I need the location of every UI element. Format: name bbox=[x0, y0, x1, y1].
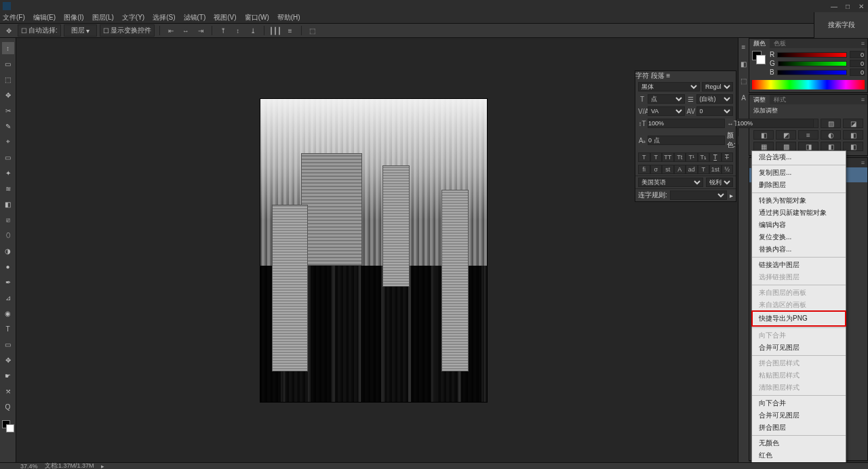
align-top-icon[interactable]: ⤒ bbox=[217, 24, 229, 37]
context-menu-item[interactable]: 合并可见图层 bbox=[752, 409, 846, 422]
tool-button[interactable]: ⌖ bbox=[2, 136, 14, 148]
adjustment-preset-icon[interactable]: ▩ bbox=[776, 142, 796, 151]
ligature-dropdown[interactable] bbox=[670, 190, 727, 200]
adjustment-preset-icon[interactable]: ◩ bbox=[776, 130, 796, 140]
distribute-h-icon[interactable]: ┃┃┃ bbox=[269, 24, 281, 37]
context-menu-item[interactable]: 链接选中图层 bbox=[752, 259, 846, 271]
context-menu-item[interactable]: 合并可见图层 bbox=[752, 342, 846, 354]
tab-swatches[interactable]: 色板 bbox=[770, 39, 790, 49]
tool-button[interactable]: ✥ bbox=[2, 89, 14, 101]
menu-item[interactable]: 图像(I) bbox=[64, 13, 83, 22]
menu-item[interactable]: 编辑(E) bbox=[33, 13, 56, 22]
tab-adjustments[interactable]: 调整 bbox=[749, 95, 770, 105]
tool-button[interactable]: ✂ bbox=[2, 104, 14, 117]
tool-button[interactable]: ⬯ bbox=[2, 229, 14, 241]
tool-button[interactable]: ✦ bbox=[2, 167, 14, 179]
context-menu-item[interactable]: 复制图层... bbox=[752, 167, 846, 179]
color-spectrum[interactable] bbox=[752, 80, 865, 89]
font-size-dropdown[interactable]: 点 bbox=[648, 94, 685, 104]
baseline-input[interactable] bbox=[648, 136, 725, 145]
auto-select-checkbox[interactable]: ☐ 自动选择: bbox=[18, 24, 61, 37]
tool-button[interactable]: ▭ bbox=[2, 338, 14, 350]
tool-button[interactable]: ● bbox=[2, 260, 14, 272]
tool-button[interactable]: ▭ bbox=[2, 151, 14, 163]
language-dropdown[interactable]: 美国英语 bbox=[638, 178, 703, 187]
font-style-dropdown[interactable]: Regular bbox=[702, 82, 733, 91]
adjustment-preset-icon[interactable]: ◧ bbox=[821, 142, 841, 151]
menu-item[interactable]: 滤镜(T) bbox=[184, 13, 206, 22]
document-canvas[interactable] bbox=[260, 99, 487, 402]
strike-button[interactable]: T̶ bbox=[722, 152, 734, 162]
ot-st[interactable]: st bbox=[662, 165, 674, 174]
tool-button[interactable]: ⎚ bbox=[2, 213, 14, 226]
show-transform-checkbox[interactable]: ☐ 显示变换控件 bbox=[100, 24, 155, 37]
panel-menu-icon[interactable]: ≡ bbox=[857, 96, 867, 104]
ot-ad[interactable]: ad bbox=[686, 165, 698, 174]
adjustment-preset-icon[interactable]: ◧ bbox=[753, 130, 774, 140]
collapsed-panel-icon[interactable]: ⬚ bbox=[741, 77, 747, 85]
tool-button[interactable]: ✥ bbox=[2, 354, 14, 366]
context-menu-item[interactable]: 复位变换... bbox=[752, 231, 846, 243]
menu-item[interactable]: 帮助(H) bbox=[277, 13, 300, 22]
scale-h-input[interactable] bbox=[736, 119, 814, 128]
tool-button[interactable]: ◑ bbox=[2, 245, 14, 257]
r-input[interactable] bbox=[850, 51, 865, 58]
tool-button[interactable]: Q bbox=[2, 401, 14, 413]
status-arrow-icon[interactable]: ▸ bbox=[101, 463, 104, 470]
adjustment-preset-icon[interactable]: ◪ bbox=[843, 119, 863, 128]
text-color-swatch[interactable] bbox=[737, 136, 738, 144]
kerning-dropdown[interactable]: VA bbox=[648, 106, 685, 116]
adjustment-preset-icon[interactable]: ◨ bbox=[798, 142, 818, 151]
font-family-dropdown[interactable]: 黑体 bbox=[638, 82, 700, 91]
tool-button[interactable]: ⬚ bbox=[2, 73, 14, 85]
collapsed-panel-icon[interactable]: A bbox=[741, 94, 746, 102]
menu-item[interactable]: 视图(V) bbox=[214, 13, 236, 22]
panel-collapse-icon[interactable]: ▸ bbox=[730, 192, 733, 199]
context-menu-item[interactable]: 删除图层 bbox=[752, 179, 846, 191]
tool-button[interactable]: ≋ bbox=[2, 182, 14, 195]
leading-dropdown[interactable]: (自动) bbox=[696, 94, 734, 104]
zoom-level[interactable]: 37.4% bbox=[20, 463, 38, 470]
adjustment-preset-icon[interactable]: ▦ bbox=[753, 142, 774, 151]
align-left-icon[interactable]: ⇤ bbox=[165, 24, 177, 37]
tab-paragraph[interactable]: 段落 bbox=[651, 72, 665, 79]
collapsed-panel-icon[interactable]: ≡ bbox=[742, 43, 746, 51]
adjustment-preset-icon[interactable]: ▨ bbox=[821, 119, 841, 128]
tool-button[interactable]: ⊿ bbox=[2, 291, 14, 304]
minimize-button[interactable]: ― bbox=[827, 1, 841, 11]
r-slider[interactable] bbox=[777, 52, 847, 58]
adjustment-preset-icon[interactable]: ◐ bbox=[821, 130, 841, 140]
tool-button[interactable]: T bbox=[2, 323, 14, 335]
b-slider[interactable] bbox=[777, 70, 847, 75]
distribute-v-icon[interactable]: ≡ bbox=[284, 24, 296, 37]
menu-item[interactable]: 文字(Y) bbox=[122, 13, 144, 22]
context-menu-item[interactable]: 无颜色 bbox=[752, 437, 846, 449]
context-menu-item[interactable]: 向下合并 bbox=[752, 397, 846, 409]
underline-button[interactable]: T̲ bbox=[709, 152, 722, 162]
context-menu-item[interactable]: 通过拷贝新建智能对象 bbox=[752, 207, 846, 219]
context-menu-item[interactable]: 编辑内容 bbox=[752, 219, 846, 231]
canvas-area[interactable] bbox=[16, 38, 738, 462]
color-swatch-pair[interactable] bbox=[752, 51, 766, 64]
g-slider[interactable] bbox=[778, 61, 847, 66]
tab-color[interactable]: 颜色 bbox=[749, 39, 770, 49]
ot-fi[interactable]: fi bbox=[638, 165, 650, 174]
g-input[interactable] bbox=[850, 60, 865, 67]
context-menu-item[interactable]: 混合选项... bbox=[752, 151, 846, 163]
tool-button[interactable]: ⤧ bbox=[2, 385, 14, 397]
b-input[interactable] bbox=[850, 68, 865, 76]
panel-menu-icon[interactable]: ≡ bbox=[857, 159, 867, 167]
three-d-mode-icon[interactable]: ⬚ bbox=[307, 24, 319, 37]
ot-A[interactable]: A bbox=[674, 165, 686, 174]
adjustment-preset-icon[interactable]: ◧ bbox=[843, 130, 863, 140]
tool-button[interactable]: ↕ bbox=[2, 42, 14, 54]
antialias-dropdown[interactable]: 锐利 bbox=[706, 178, 733, 187]
ot-sigma[interactable]: σ bbox=[650, 165, 663, 174]
context-menu-item[interactable]: 快捷导出为PNG bbox=[752, 311, 846, 326]
tool-button[interactable]: ▭ bbox=[2, 58, 14, 70]
ot-half[interactable]: ½ bbox=[722, 165, 734, 174]
menu-item[interactable]: 文件(F) bbox=[3, 13, 25, 22]
tracking-dropdown[interactable]: 0 bbox=[696, 106, 734, 116]
menu-item[interactable]: 窗口(W) bbox=[245, 13, 269, 22]
context-menu-item[interactable]: 转换为智能对象 bbox=[752, 195, 846, 207]
